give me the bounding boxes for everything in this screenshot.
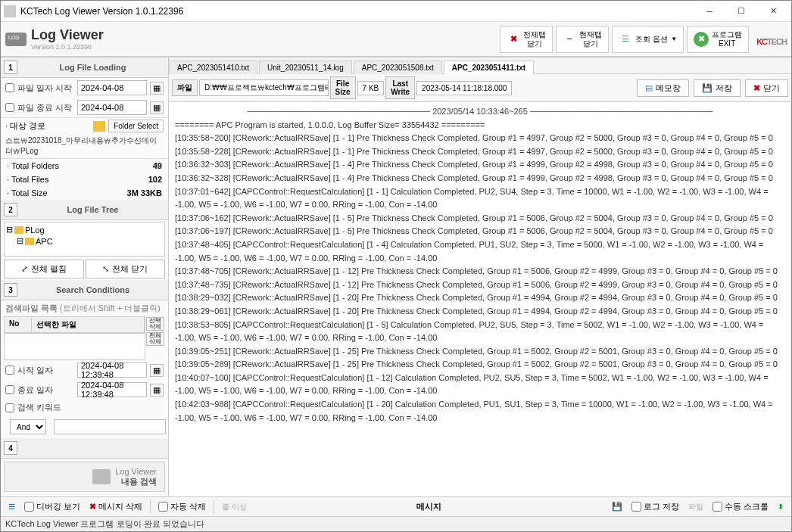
status-bar: KCTech Log Viewer 프로그램 로딩이 완료 되었습니다 (1, 516, 791, 531)
folder-select-button[interactable]: Folder Select (108, 120, 164, 132)
tab-2[interactable]: APC_2023051508.txt (354, 61, 442, 74)
close-current-tab-button[interactable]: ━ 현재탭 닫기 (556, 26, 609, 53)
end-date-checkbox[interactable] (5, 103, 14, 112)
app-version: Version 1.0.1.22396 (31, 43, 104, 51)
delete-msg-button[interactable]: ✖ 메시지 삭제 (85, 499, 147, 514)
disk-icon (92, 469, 111, 484)
scroll-icon[interactable]: ⬍ (773, 501, 788, 512)
delete-all-button[interactable]: 전체 삭제 (146, 332, 164, 346)
manual-scroll-checkbox[interactable] (712, 502, 722, 512)
keyword-logic-select[interactable]: And (10, 419, 46, 434)
log-line: [10:37:48~405] [CAPCControl::RequestCalc… (175, 238, 785, 265)
section-num-2: 2 (4, 203, 17, 216)
tab-3[interactable]: APC_2023051411.txt (444, 61, 534, 74)
folder-icon (14, 226, 23, 234)
expand-icon: ⤢ (21, 264, 28, 274)
expand-all-button[interactable]: ⤢전체 펼침 (4, 260, 84, 278)
app-icon (4, 5, 16, 17)
left-panel: 1 Log File Loading 파일 일자 시작 2024-04-08 ▦… (1, 58, 169, 496)
close-button[interactable]: ✕ (758, 3, 788, 20)
window-titlebar: KCTech Log Viewer Version 1.0.1.22396 ─ … (1, 1, 791, 22)
log-line: [10:37:48~735] [CRework::ActualRRSave] [… (175, 278, 785, 292)
collapse-all-button[interactable]: ⤡전체 닫기 (86, 260, 166, 278)
tab-bar: APC_2023051410.txt Unit_20230511_14.log … (169, 58, 791, 74)
app-name: Log Viewer (31, 27, 104, 42)
calendar-icon[interactable]: ▦ (150, 384, 164, 397)
log-content[interactable]: ─────────────────────────────── 2023/05/… (169, 102, 791, 496)
target-path: 스트₩20231018_마무리내용₩추가수신데이터₩PLog (1, 134, 168, 159)
tree-item-root[interactable]: ⊟PLog (6, 224, 163, 235)
topbar: Log Viewer Version 1.0.1.22396 ✖ 전체탭 닫기 … (1, 22, 791, 57)
debug-icon[interactable]: ☰ (4, 501, 20, 512)
delete-selected-button[interactable]: 선택 삭제 (146, 317, 164, 331)
log-icon (5, 33, 27, 46)
log-line: [10:35:58~228] [CRework::ActualRRSave] [… (175, 145, 785, 159)
save-icon: 💾 (702, 83, 712, 93)
save-button[interactable]: 💾저장 (694, 79, 741, 97)
log-line: [10:38:53~805] [CAPCControl::RequestCalc… (175, 319, 785, 345)
minimize-button[interactable]: ─ (694, 3, 725, 20)
minus-icon: ━ (563, 33, 576, 46)
maximize-button[interactable]: ☐ (726, 3, 756, 20)
log-line: [10:37:06~162] [CRework::ActualRRSave] [… (175, 212, 785, 226)
section-1-header: 1 Log File Loading (1, 58, 168, 78)
auto-delete-checkbox[interactable] (158, 502, 168, 512)
exit-button[interactable]: ✖ 프로그램 EXIT (687, 26, 749, 53)
notepad-icon: ▤ (645, 83, 653, 93)
window-title: KCTech Log Viewer Version 1.0.1.22396 (20, 6, 694, 17)
keyword-checkbox[interactable] (5, 403, 14, 412)
folder-icon (25, 238, 34, 245)
calendar-icon[interactable]: ▦ (150, 101, 164, 114)
log-line: [10:37:01~642] [CAPCControl::RequestCalc… (175, 185, 785, 212)
tree-item-child[interactable]: ⊟APC (6, 235, 163, 247)
section-num-4: 4 (4, 441, 17, 455)
file-meta-bar: 파일 D:₩₩프로젝트₩kctech₩프로그램테스트₩20231018_마무리내… (169, 74, 791, 102)
list-icon: ☰ (619, 33, 632, 46)
start-date-checkbox[interactable] (5, 83, 14, 92)
close-all-tabs-button[interactable]: ✖ 전체탭 닫기 (500, 26, 553, 53)
keyword-input[interactable] (54, 419, 166, 434)
section-3-header: 3 Search Conditions (1, 280, 168, 300)
log-line: [10:36:32~328] [CRework::ActualRRSave] [… (175, 172, 785, 185)
log-line: [10:37:48~705] [CRework::ActualRRSave] [… (175, 265, 785, 278)
collapse-icon: ⤡ (102, 264, 109, 274)
calendar-icon[interactable]: ▦ (150, 82, 164, 95)
folder-icon (93, 121, 105, 132)
search-end-input[interactable]: 2024-04-08 12:39:48 (77, 382, 147, 397)
close-icon: ✖ (507, 33, 520, 46)
calendar-icon[interactable]: ▦ (150, 364, 164, 377)
save-log-checkbox[interactable] (631, 502, 641, 512)
chevron-down-icon: ▼ (671, 36, 677, 42)
log-line: [10:42:03~988] [CAPCControl::RequestCalc… (175, 398, 785, 425)
section-num-3: 3 (4, 283, 17, 297)
log-file-tree[interactable]: ⊟PLog ⊟APC (4, 222, 165, 257)
close-file-button[interactable]: ✖닫기 (745, 79, 788, 97)
view-option-button[interactable]: ☰ 조회 옵션 ▼ (612, 26, 684, 53)
log-line: ─────────────────────────────── 2023/05/… (175, 105, 785, 119)
search-start-checkbox[interactable] (5, 366, 14, 375)
log-line: [10:38:29~032] [CRework::ActualRRSave] [… (175, 291, 785, 305)
log-line: [10:39:05~251] [CRework::ActualRRSave] [… (175, 345, 785, 359)
tab-0[interactable]: APC_2023051410.txt (169, 61, 257, 74)
search-end-checkbox[interactable] (5, 385, 14, 394)
debug-view-checkbox[interactable] (24, 502, 34, 512)
notepad-button[interactable]: ▤메모장 (637, 79, 689, 97)
save-icon: 💾 (612, 502, 622, 512)
last-write: 2023-05-14 11:18:18.000 (416, 81, 512, 95)
close-icon: ✖ (753, 83, 760, 93)
file-path: D:₩₩프로젝트₩kctech₩프로그램테스트₩20231018_마무리내용₩추… (199, 79, 329, 96)
log-line: [10:35:58~200] [CRework::ActualRRSave] [… (175, 132, 785, 145)
section-4-header: 4 (1, 438, 168, 459)
search-start-input[interactable]: 2024-04-08 12:39:48 (77, 362, 147, 378)
save-log-button[interactable]: 💾 (607, 500, 627, 513)
start-date-input[interactable]: 2024-04-08 (77, 80, 147, 95)
right-panel: APC_2023051410.txt Unit_20230511_14.log … (169, 58, 791, 496)
log-line: [10:39:05~289] [CRework::ActualRRSave] [… (175, 358, 785, 372)
tab-1[interactable]: Unit_20230511_14.log (259, 61, 352, 74)
bottom-bar: ☰ 디버깅 보기 ✖ 메시지 삭제 자동 삭제 줄 이상 메시지 💾 로그 저장… (1, 496, 791, 516)
content-search-button[interactable]: Log Viewer 내용 검색 (4, 462, 165, 492)
section-num-1: 1 (4, 61, 17, 74)
log-line: [10:40:07~100] [CAPCControl::RequestCalc… (175, 372, 785, 398)
log-line: [10:37:06~197] [CRework::ActualRRSave] [… (175, 225, 785, 238)
end-date-input[interactable]: 2024-04-08 (77, 100, 147, 115)
